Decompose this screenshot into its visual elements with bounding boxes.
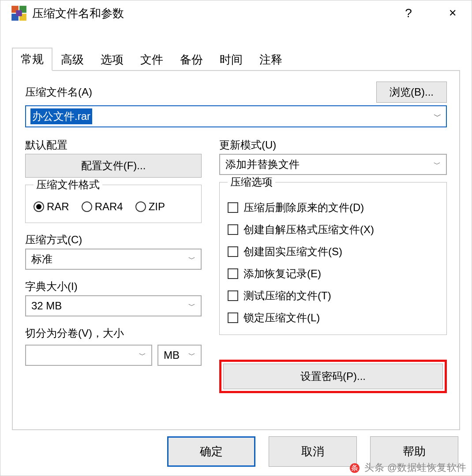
format-group: 压缩文件格式 RAR RAR4 ZIP	[25, 178, 202, 223]
radio-icon	[135, 201, 146, 212]
app-icon	[11, 5, 27, 21]
archive-name-input[interactable]: 办公文件.rar ﹀	[25, 105, 447, 127]
method-select[interactable]: 标准 ﹀	[25, 249, 202, 270]
tab-time[interactable]: 时间	[211, 48, 251, 71]
chevron-down-icon: ﹀	[434, 160, 441, 169]
opt-sfx[interactable]: 创建自解压格式压缩文件(X)	[228, 223, 438, 237]
checkbox-icon	[228, 202, 238, 213]
chevron-down-icon: ﹀	[139, 351, 146, 360]
update-mode-select[interactable]: 添加并替换文件 ﹀	[219, 154, 447, 175]
checkbox-icon	[228, 268, 238, 279]
cancel-button[interactable]: 取消	[269, 436, 357, 467]
set-password-button[interactable]: 设置密码(P)...	[223, 364, 443, 389]
tab-files[interactable]: 文件	[132, 48, 172, 71]
left-column: 默认配置 配置文件(F)... 压缩文件格式 RAR RAR4	[25, 138, 202, 393]
opt-test[interactable]: 测试压缩的文件(T)	[228, 289, 438, 303]
profiles-button[interactable]: 配置文件(F)...	[25, 154, 202, 178]
opt-delete-after[interactable]: 压缩后删除原来的文件(D)	[228, 201, 438, 215]
chevron-down-icon: ﹀	[188, 351, 195, 360]
format-legend: 压缩文件格式	[34, 178, 102, 192]
checkbox-icon	[228, 290, 238, 301]
format-rar[interactable]: RAR	[34, 201, 69, 213]
titlebar: 压缩文件名和参数 ? ✕	[0, 0, 472, 26]
split-unit-value: MB	[164, 349, 180, 361]
help-button-footer[interactable]: 帮助	[370, 436, 458, 467]
svg-rect-4	[16, 10, 22, 16]
radio-icon	[34, 201, 44, 212]
dialog-window: 压缩文件名和参数 ? ✕ 常规 高级 选项 文件 备份 时间 注释 压缩文件名(…	[0, 0, 472, 476]
right-column: 更新模式(U) 添加并替换文件 ﹀ 压缩选项 压缩后删除原来的文件(D)	[219, 138, 447, 393]
opt-lock[interactable]: 锁定压缩文件(L)	[228, 311, 438, 325]
tab-strip: 常规 高级 选项 文件 备份 时间 注释	[0, 44, 472, 70]
archive-name-value: 办公文件.rar	[30, 108, 92, 124]
dict-select[interactable]: 32 MB ﹀	[25, 295, 202, 316]
dict-value: 32 MB	[31, 300, 62, 312]
close-button[interactable]: ✕	[437, 3, 468, 24]
tab-options[interactable]: 选项	[92, 48, 132, 71]
options-group: 压缩选项 压缩后删除原来的文件(D) 创建自解压格式压缩文件(X) 创建固	[219, 175, 447, 335]
options-legend: 压缩选项	[228, 175, 275, 189]
update-mode-value: 添加并替换文件	[225, 157, 300, 171]
format-rar4[interactable]: RAR4	[82, 201, 123, 213]
split-size-input[interactable]: ﹀	[25, 345, 152, 366]
chevron-down-icon: ﹀	[188, 255, 195, 264]
radio-icon	[82, 201, 92, 212]
archive-name-label: 压缩文件名(A)	[25, 85, 92, 99]
checkbox-icon	[228, 224, 238, 235]
tab-comment[interactable]: 注释	[251, 48, 291, 71]
tab-general[interactable]: 常规	[12, 48, 52, 71]
browse-button[interactable]: 浏览(B)...	[376, 82, 447, 103]
method-label: 压缩方式(C)	[25, 233, 202, 247]
dict-label: 字典大小(I)	[25, 279, 202, 294]
help-button[interactable]: ?	[393, 3, 424, 24]
format-zip[interactable]: ZIP	[135, 201, 165, 213]
opt-recovery[interactable]: 添加恢复记录(E)	[228, 267, 438, 281]
checkbox-icon	[228, 246, 238, 257]
tab-content: 压缩文件名(A) 浏览(B)... 办公文件.rar ﹀ 默认配置 配置文件(F…	[12, 70, 460, 430]
dialog-footer: 确定 取消 帮助	[0, 436, 472, 476]
opt-solid[interactable]: 创建固实压缩文件(S)	[228, 245, 438, 259]
split-unit-select[interactable]: MB ﹀	[157, 345, 202, 366]
tab-backup[interactable]: 备份	[172, 48, 211, 71]
profile-label: 默认配置	[25, 138, 202, 152]
ok-button[interactable]: 确定	[167, 436, 255, 467]
update-mode-label: 更新模式(U)	[219, 138, 447, 152]
window-title: 压缩文件名和参数	[32, 6, 124, 21]
split-label: 切分为分卷(V)，大小	[25, 326, 202, 340]
tab-advanced[interactable]: 高级	[52, 48, 92, 71]
highlight-box: 设置密码(P)...	[219, 360, 447, 393]
chevron-down-icon: ﹀	[188, 301, 195, 311]
method-value: 标准	[31, 252, 52, 266]
chevron-down-icon: ﹀	[434, 111, 442, 122]
checkbox-icon	[228, 312, 238, 323]
